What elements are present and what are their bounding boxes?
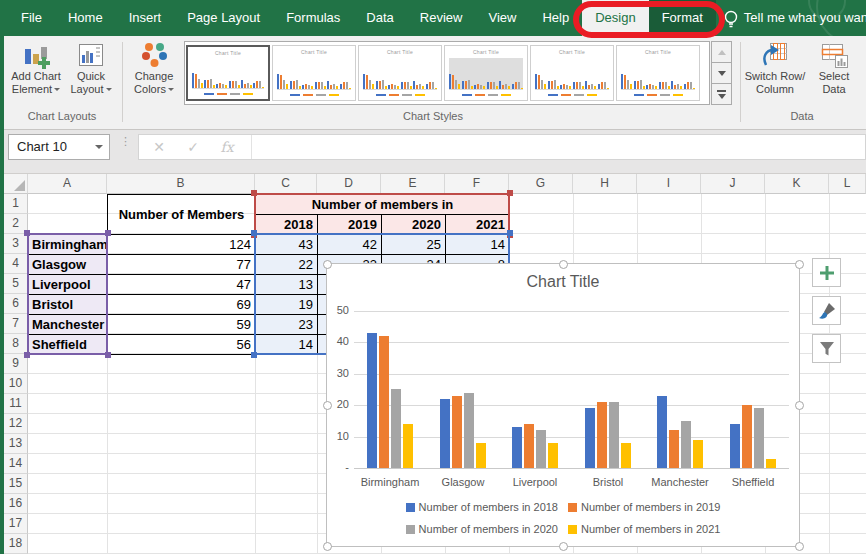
cell-year-2019[interactable]: 2019 (317, 214, 382, 235)
cell-city-sheffield[interactable]: Sheffield (28, 334, 108, 355)
bar-sheffield-2019[interactable] (742, 405, 752, 468)
gallery-scroll-up-button[interactable] (711, 41, 732, 63)
categories-selection-handle[interactable] (105, 352, 111, 358)
cell-value[interactable]: 25 (381, 234, 446, 255)
x-axis-label-glasgow[interactable]: Glasgow (427, 476, 499, 490)
row-header-5[interactable]: 5 (4, 274, 28, 294)
series-names-selection-handle[interactable] (251, 190, 257, 196)
cell-total-birmingham[interactable]: 124 (107, 234, 256, 255)
bar-bristol-2021[interactable] (621, 443, 631, 468)
row-header-18[interactable]: 18 (4, 534, 28, 554)
tab-page-layout[interactable]: Page Layout (174, 0, 273, 36)
bar-bristol-2019[interactable] (597, 402, 607, 468)
tab-design[interactable]: Design (582, 0, 648, 36)
bar-liverpool-2020[interactable] (536, 430, 546, 468)
row-header-7[interactable]: 7 (4, 314, 28, 334)
name-box-dropdown-icon[interactable] (95, 145, 103, 153)
column-header-c[interactable]: C (255, 174, 317, 194)
bar-bristol-2020[interactable] (609, 402, 619, 468)
cell-value[interactable]: 23 (255, 314, 318, 335)
column-header-h[interactable]: H (573, 174, 637, 194)
legend-item[interactable]: Number of members in 2020 (406, 523, 558, 535)
bar-sheffield-2020[interactable] (754, 408, 764, 468)
quick-layout-button[interactable]: Quick Layout (66, 40, 116, 96)
bar-birmingham-2021[interactable] (403, 424, 413, 468)
bar-birmingham-2018[interactable] (367, 333, 377, 468)
cell-b1-members-header[interactable]: Number of Members (107, 194, 256, 235)
tab-review[interactable]: Review (407, 0, 476, 36)
row-header-12[interactable]: 12 (4, 414, 28, 434)
row-header-16[interactable]: 16 (4, 494, 28, 514)
cell-city-birmingham[interactable]: Birmingham (28, 234, 108, 255)
row-header-11[interactable]: 11 (4, 394, 28, 414)
cell-city-manchester[interactable]: Manchester (28, 314, 108, 335)
row-header-8[interactable]: 8 (4, 334, 28, 354)
values-selection-handle[interactable] (251, 352, 257, 358)
chart-resize-handle[interactable] (795, 260, 804, 269)
cell-value[interactable]: 13 (255, 274, 318, 295)
cell-city-liverpool[interactable]: Liverpool (28, 274, 108, 295)
series-names-selection-handle[interactable] (507, 190, 513, 196)
chart-resize-handle[interactable] (323, 260, 332, 269)
categories-selection-handle[interactable] (24, 230, 30, 236)
formula-bar-handle[interactable]: ⋮ (120, 138, 124, 156)
cell-value[interactable]: 14 (445, 234, 510, 255)
chart-resize-handle[interactable] (323, 401, 332, 410)
row-header-6[interactable]: 6 (4, 294, 28, 314)
chart-resize-handle[interactable] (559, 542, 568, 551)
switch-row-column-button[interactable]: Switch Row/ Column (744, 40, 806, 96)
chart-style-thumbnail[interactable]: Chart Title (186, 45, 270, 101)
legend-item[interactable]: Number of members in 2019 (568, 501, 720, 513)
cell-city-glasgow[interactable]: Glasgow (28, 254, 108, 275)
insert-function-icon[interactable]: fx (213, 135, 241, 159)
bar-manchester-2018[interactable] (657, 396, 667, 468)
column-header-d[interactable]: D (317, 174, 381, 194)
cell-total-liverpool[interactable]: 47 (107, 274, 256, 295)
row-header-10[interactable]: 10 (4, 374, 28, 394)
cell-total-sheffield[interactable]: 56 (107, 334, 256, 355)
chart-resize-handle[interactable] (559, 260, 568, 269)
cell-total-glasgow[interactable]: 77 (107, 254, 256, 275)
cell-city-bristol[interactable]: Bristol (28, 294, 108, 315)
x-axis-label-birmingham[interactable]: Birmingham (354, 476, 426, 490)
bar-glasgow-2020[interactable] (464, 393, 474, 468)
row-header-15[interactable]: 15 (4, 474, 28, 494)
chart-style-thumbnail[interactable]: Chart Title (272, 45, 356, 101)
x-axis-label-bristol[interactable]: Bristol (572, 476, 644, 490)
cell-value[interactable]: 22 (255, 254, 318, 275)
bar-bristol-2018[interactable] (585, 408, 595, 468)
tab-formulas[interactable]: Formulas (273, 0, 353, 36)
chart-style-thumbnail[interactable]: Chart Title (616, 45, 700, 101)
tab-view[interactable]: View (475, 0, 529, 36)
categories-selection-handle[interactable] (105, 230, 111, 236)
column-header-b[interactable]: B (107, 174, 255, 194)
row-header-14[interactable]: 14 (4, 454, 28, 474)
chart-elements-button[interactable] (812, 258, 841, 287)
column-header-i[interactable]: I (637, 174, 701, 194)
chart-title[interactable]: Chart Title (327, 273, 799, 291)
cell-total-bristol[interactable]: 69 (107, 294, 256, 315)
x-axis-label-liverpool[interactable]: Liverpool (499, 476, 571, 490)
enter-check-icon[interactable]: ✓ (179, 135, 207, 159)
name-box[interactable]: Chart 10 (8, 134, 110, 160)
gallery-scroll-down-button[interactable] (711, 63, 732, 84)
gallery-more-button[interactable] (711, 84, 732, 105)
tab-file[interactable]: File (8, 0, 55, 36)
row-header-1[interactable]: 1 (4, 194, 28, 214)
x-axis-label-sheffield[interactable]: Sheffield (717, 476, 789, 490)
legend-item[interactable]: Number of members in 2021 (568, 523, 720, 535)
cell-value[interactable]: 19 (255, 294, 318, 315)
embedded-chart[interactable]: Chart Title -1020304050BirminghamGlasgow… (326, 263, 800, 547)
bar-liverpool-2018[interactable] (512, 427, 522, 468)
cell-value[interactable]: 42 (317, 234, 382, 255)
bar-manchester-2019[interactable] (669, 430, 679, 468)
tab-data[interactable]: Data (353, 0, 406, 36)
cell-value[interactable]: 14 (255, 334, 318, 355)
row-header-3[interactable]: 3 (4, 234, 28, 254)
categories-selection-handle[interactable] (24, 352, 30, 358)
tell-me-search[interactable]: Tell me what you want to (744, 0, 866, 36)
bar-glasgow-2018[interactable] (440, 399, 450, 468)
cell-total-manchester[interactable]: 59 (107, 314, 256, 335)
tab-format[interactable]: Format (649, 0, 716, 36)
values-selection-handle[interactable] (251, 230, 257, 236)
